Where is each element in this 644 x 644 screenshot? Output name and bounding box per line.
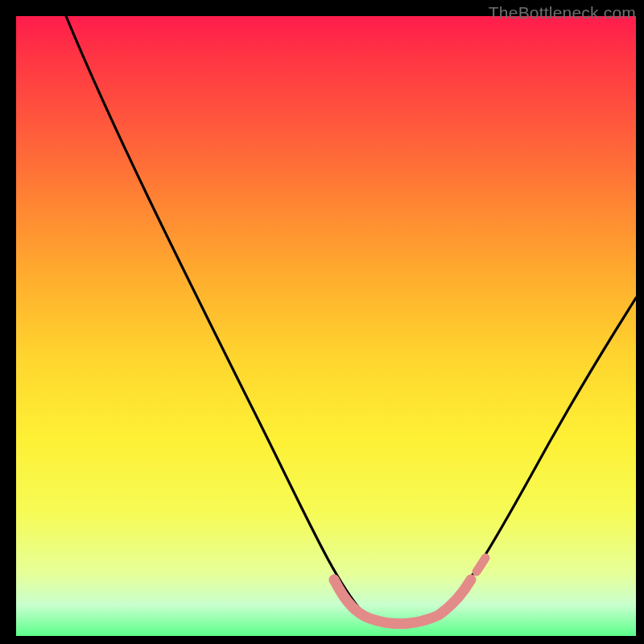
chart-frame (16, 16, 636, 636)
bottleneck-curve (16, 16, 636, 636)
valley-highlight-tail (477, 558, 485, 572)
watermark-text: TheBottleneck.com (489, 3, 636, 23)
curve-path (66, 16, 636, 625)
